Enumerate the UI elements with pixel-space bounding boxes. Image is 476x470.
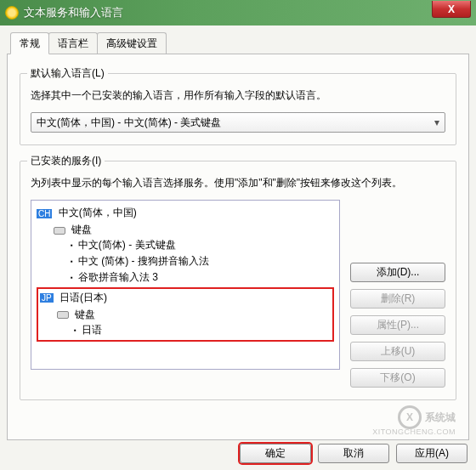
dialog-buttons: 确定 取消 应用(A) bbox=[240, 444, 468, 463]
tab-row: 常规 语言栏 高级键设置 bbox=[7, 32, 469, 54]
installed-services-group: 已安装的服务(I) 为列表中显示的每个输入语言选择服务。使用"添加"和"删除"按… bbox=[20, 161, 456, 400]
badge-ch-icon: CH bbox=[37, 209, 52, 218]
services-tree[interactable]: CH 中文(简体，中国) 键盘 中文(简体) - 美式键盘 中文 (简体) - … bbox=[31, 200, 340, 370]
moveup-button[interactable]: 上移(U) bbox=[350, 342, 445, 361]
default-language-dropdown[interactable]: 中文(简体，中国) - 中文(简体) - 美式键盘 bbox=[31, 112, 445, 133]
tab-content: 默认输入语言(L) 选择其中一个已安装的输入语言，用作所有输入字段的默认语言。 … bbox=[7, 54, 469, 440]
tree-lang-japanese[interactable]: JP 日语(日本) bbox=[40, 291, 331, 305]
installed-services-title: 已安装的服务(I) bbox=[27, 154, 105, 168]
app-icon bbox=[5, 6, 19, 20]
properties-button[interactable]: 属性(P)... bbox=[350, 315, 445, 335]
badge-jp-icon: JP bbox=[40, 293, 54, 303]
tree-item-ch-google[interactable]: 谷歌拼音输入法 3 bbox=[71, 269, 334, 286]
tree-keyboard-jp[interactable]: 键盘 bbox=[55, 307, 331, 322]
default-language-title: 默认输入语言(L) bbox=[27, 66, 108, 81]
default-language-selected: 中文(简体，中国) - 中文(简体) - 美式键盘 bbox=[37, 116, 221, 130]
add-button[interactable]: 添加(D)... bbox=[350, 263, 445, 282]
cancel-button[interactable]: 取消 bbox=[318, 444, 389, 463]
tree-item-ch-us[interactable]: 中文(简体) - 美式键盘 bbox=[71, 237, 334, 253]
lang-japanese-label: 日语(日本) bbox=[60, 292, 107, 303]
apply-button[interactable]: 应用(A) bbox=[396, 444, 468, 463]
keyboard-label-jp: 键盘 bbox=[75, 309, 95, 320]
highlight-japanese: JP 日语(日本) 键盘 日语 bbox=[37, 287, 334, 342]
tree-item-jp[interactable]: 日语 bbox=[74, 322, 331, 338]
keyboard-icon bbox=[57, 311, 69, 319]
tab-general[interactable]: 常规 bbox=[10, 32, 49, 54]
window-body: 常规 语言栏 高级键设置 默认输入语言(L) 选择其中一个已安装的输入语言，用作… bbox=[0, 25, 476, 470]
lang-chinese-label: 中文(简体，中国) bbox=[59, 207, 137, 218]
movedown-button[interactable]: 下移(O) bbox=[350, 368, 445, 388]
side-buttons: 添加(D)... 删除(R) 属性(P)... 上移(U) 下移(O) bbox=[350, 200, 445, 388]
keyboard-icon bbox=[54, 227, 65, 235]
tab-language-bar[interactable]: 语言栏 bbox=[48, 32, 98, 54]
keyboard-label: 键盘 bbox=[71, 224, 92, 235]
tree-item-ch-sogou[interactable]: 中文 (简体) - 搜狗拼音输入法 bbox=[71, 253, 334, 269]
tree-lang-chinese[interactable]: CH 中文(简体，中国) bbox=[37, 206, 334, 220]
titlebar: 文本服务和输入语言 X bbox=[0, 0, 476, 25]
ok-button[interactable]: 确定 bbox=[240, 444, 311, 463]
close-button[interactable]: X bbox=[432, 1, 471, 18]
tree-keyboard-ch[interactable]: 键盘 bbox=[52, 222, 334, 237]
tab-advanced-key[interactable]: 高级键设置 bbox=[97, 32, 167, 54]
default-language-group: 默认输入语言(L) 选择其中一个已安装的输入语言，用作所有输入字段的默认语言。 … bbox=[20, 73, 456, 145]
default-language-desc: 选择其中一个已安装的输入语言，用作所有输入字段的默认语言。 bbox=[31, 88, 445, 104]
remove-button[interactable]: 删除(R) bbox=[350, 289, 445, 309]
installed-services-desc: 为列表中显示的每个输入语言选择服务。使用"添加"和"删除"按钮来修改这个列表。 bbox=[31, 175, 445, 191]
window-title: 文本服务和输入语言 bbox=[24, 5, 123, 20]
